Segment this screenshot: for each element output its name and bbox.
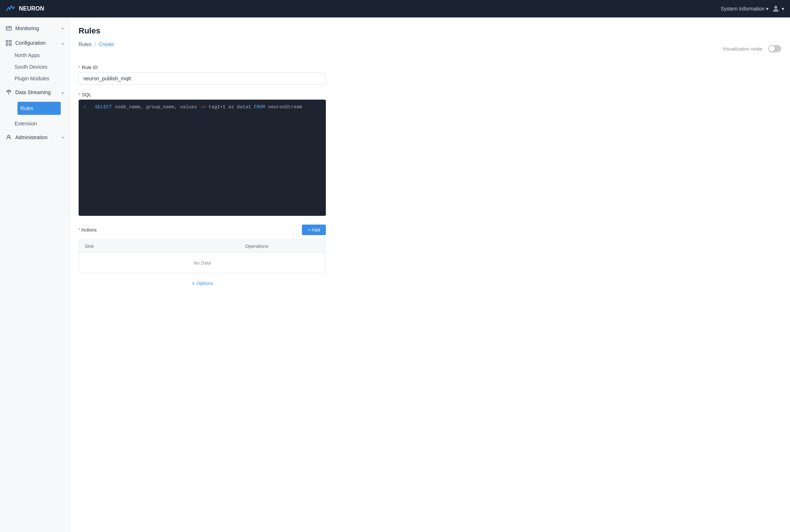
configuration-chevron: ▴ [62, 41, 64, 45]
sidebar-item-rules-active[interactable]: Rules [17, 102, 61, 115]
sql-line-1: 1 SELECT node_name, group_name, values -… [83, 104, 321, 110]
brand-logo[interactable]: NEURON [6, 4, 44, 13]
viz-mode-label: Visualization mode [723, 46, 762, 52]
svg-rect-2 [6, 40, 8, 42]
sql-arrow-op: -> [200, 104, 206, 110]
actions-table: Sink Operations No Data [79, 239, 326, 273]
administration-label: Administration [15, 134, 48, 140]
rule-id-label: * Rule ID [79, 65, 781, 70]
table-col-sink: Sink [79, 240, 239, 253]
actions-label: * Actions [79, 227, 97, 233]
sidebar-item-configuration[interactable]: Configuration ▴ [0, 36, 69, 49]
south-devices-label: South Devices [15, 64, 47, 70]
rules-label: Rules [20, 105, 33, 111]
sidebar-item-rules[interactable]: Rules [0, 99, 69, 118]
actions-label-text: Actions [81, 227, 97, 233]
sidebar: Monitoring ▾ Configuration ▴ North Apps … [0, 17, 70, 532]
sql-label-text: SQL [82, 92, 91, 97]
sidebar-section-data-streaming: Data Streaming ▴ Rules Extension [0, 86, 69, 129]
svg-point-0 [774, 6, 777, 9]
breadcrumb-create: Create [99, 41, 114, 47]
user-chevron: ▾ [782, 6, 784, 12]
brand-name: NEURON [19, 5, 44, 12]
add-action-button[interactable]: + Add [302, 225, 326, 235]
neuron-logo-icon [6, 4, 16, 13]
monitoring-icon [6, 25, 12, 31]
administration-chevron: ▾ [62, 136, 64, 140]
page-title: Rules [79, 26, 781, 36]
rule-id-input[interactable] [79, 72, 326, 85]
sql-required-star: * [79, 92, 80, 97]
table-no-data: No Data [79, 253, 326, 273]
rule-id-label-text: Rule ID [82, 65, 97, 70]
user-icon [771, 4, 780, 13]
configuration-icon [6, 40, 12, 46]
sql-field: * SQL 1 SELECT node_name, group_name, va… [79, 92, 781, 216]
sidebar-item-plugin-modules[interactable]: Plugin Modules [0, 73, 69, 84]
sidebar-item-data-streaming[interactable]: Data Streaming ▴ [0, 86, 69, 99]
sql-code-content: SELECT node_name, group_name, values -> … [95, 104, 302, 110]
table-col-operations: Operations [239, 240, 326, 253]
svg-rect-4 [6, 44, 8, 45]
viz-mode-row: Visualization mode [723, 45, 781, 52]
content-area: Rules Rules / Create Visualization mode … [79, 26, 781, 286]
sql-tag-expr: tag1+1 as data1 [208, 104, 254, 110]
plugin-modules-label: Plugin Modules [15, 76, 49, 81]
north-apps-label: North Apps [15, 52, 40, 58]
main-content: Rules Rules / Create Visualization mode … [70, 17, 790, 532]
sidebar-item-administration[interactable]: Administration ▾ [0, 131, 69, 144]
sql-from-keyword: FROM [254, 104, 265, 110]
sidebar-section-administration: Administration ▾ [0, 131, 69, 144]
system-info-label: System Information [721, 6, 765, 12]
sql-fields: node_name, group_name, values [115, 104, 197, 110]
app-header: NEURON System Information ▾ ▾ [0, 0, 790, 17]
user-menu[interactable]: ▾ [771, 4, 784, 13]
monitoring-label: Monitoring [15, 25, 39, 31]
viz-mode-toggle[interactable] [768, 45, 781, 52]
actions-header: * Actions + Add [79, 225, 326, 235]
svg-rect-5 [9, 44, 11, 45]
svg-point-6 [8, 92, 9, 93]
extension-label: Extension [15, 121, 37, 126]
sql-label: * SQL [79, 92, 781, 97]
data-streaming-chevron: ▴ [62, 90, 64, 94]
configuration-label: Configuration [15, 40, 45, 46]
sidebar-item-south-devices[interactable]: South Devices [0, 61, 69, 73]
sql-select-keyword: SELECT [95, 104, 112, 110]
breadcrumb-rules-link[interactable]: Rules [79, 41, 92, 47]
sidebar-item-extension[interactable]: Extension [0, 118, 69, 129]
breadcrumb-separator: / [95, 41, 96, 47]
system-info-chevron: ▾ [766, 6, 769, 12]
actions-section: * Actions + Add Sink Operations No Data [79, 225, 781, 273]
sidebar-section-configuration: Configuration ▴ North Apps South Devices… [0, 36, 69, 84]
table-header: Sink Operations [79, 240, 326, 253]
options-row: ∧ Options [79, 281, 326, 286]
options-link[interactable]: ∧ Options [192, 281, 213, 286]
sql-stream-name: neuronStream [268, 104, 302, 110]
header-right-section: System Information ▾ ▾ [721, 4, 784, 13]
svg-rect-3 [9, 40, 11, 42]
monitoring-chevron: ▾ [62, 27, 64, 31]
rule-id-field: * Rule ID [79, 65, 781, 85]
add-button-label: + Add [308, 227, 320, 233]
system-info-menu[interactable]: System Information ▾ [721, 6, 769, 12]
sql-line-number: 1 [83, 104, 89, 110]
data-streaming-icon [6, 89, 12, 95]
svg-point-8 [8, 135, 10, 137]
sidebar-section-monitoring: Monitoring ▾ [0, 22, 69, 35]
breadcrumb: Rules / Create [79, 41, 114, 47]
administration-icon [6, 134, 12, 140]
sidebar-item-north-apps[interactable]: North Apps [0, 49, 69, 61]
sql-editor[interactable]: 1 SELECT node_name, group_name, values -… [79, 100, 326, 216]
sidebar-item-monitoring[interactable]: Monitoring ▾ [0, 22, 69, 35]
actions-required-star: * [79, 227, 80, 233]
rule-id-required-star: * [79, 65, 80, 70]
data-streaming-label: Data Streaming [15, 89, 51, 95]
